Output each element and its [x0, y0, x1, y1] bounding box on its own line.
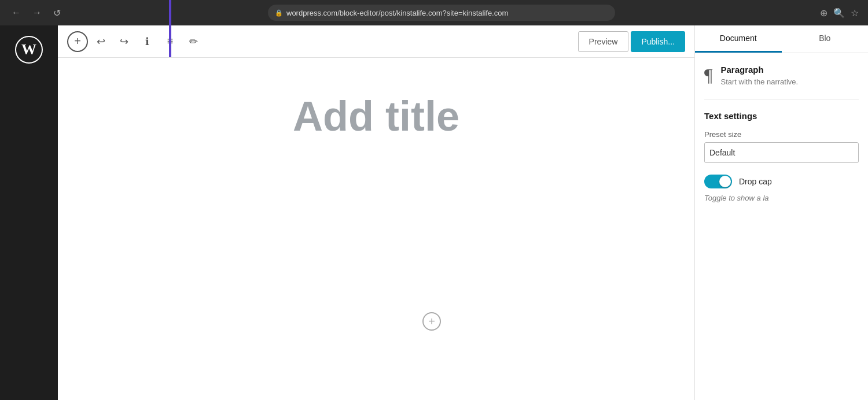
editor-toolbar: + ↩ ↪ ℹ ≡ ✏ Preview Publish...: [58, 25, 694, 58]
forward-button[interactable]: →: [30, 5, 44, 20]
tools-button[interactable]: ✏: [183, 31, 204, 52]
extensions-icon[interactable]: ⊕: [820, 8, 827, 18]
drop-cap-row: Drop cap: [704, 175, 859, 188]
editor-wrapper: W + ↩ ↪ ℹ ≡ ✏ Preview Publish... Add tit…: [0, 25, 868, 400]
browser-chrome: ← → ↺ 🔒 wordpress.com/block-editor/post/…: [0, 0, 868, 25]
editor-content[interactable]: Add title +: [58, 58, 694, 400]
back-button[interactable]: ←: [9, 5, 23, 20]
add-block-button[interactable]: +: [67, 31, 88, 52]
preset-size-label: Preset size: [704, 130, 859, 139]
publish-button[interactable]: Publish...: [631, 31, 685, 52]
text-settings-section: Text settings Preset size Default Drop c…: [704, 111, 859, 203]
url-text: wordpress.com/block-editor/post/kinstali…: [286, 9, 508, 17]
undo-button[interactable]: ↩: [90, 31, 111, 52]
preset-size-select[interactable]: Default: [704, 142, 859, 163]
block-description: Start with the narrative.: [721, 77, 799, 87]
right-panel: Document Blo ¶ Paragraph Start with the …: [694, 25, 868, 400]
zoom-icon[interactable]: 🔍: [833, 8, 845, 18]
tab-document[interactable]: Document: [695, 25, 782, 53]
info-button[interactable]: ℹ: [137, 31, 157, 52]
block-info: ¶ Paragraph Start with the narrative.: [704, 65, 859, 99]
drop-cap-toggle[interactable]: [704, 175, 732, 188]
block-name: Paragraph: [721, 65, 799, 75]
arrow-annotation: [169, 0, 171, 57]
panel-body: ¶ Paragraph Start with the narrative. Te…: [695, 53, 868, 400]
refresh-button[interactable]: ↺: [51, 5, 63, 21]
wp-logo[interactable]: W: [15, 36, 43, 64]
wp-sidebar: W: [0, 25, 58, 400]
wp-logo-text: W: [21, 41, 36, 58]
preview-button[interactable]: Preview: [578, 31, 629, 52]
tab-block[interactable]: Blo: [782, 25, 869, 53]
toggle-knob: [719, 176, 731, 187]
toggle-hint: Toggle to show a la: [704, 193, 859, 203]
title-placeholder[interactable]: Add title: [116, 92, 637, 140]
bookmark-icon[interactable]: ☆: [851, 8, 859, 18]
panel-tabs: Document Blo: [695, 25, 868, 53]
paragraph-icon: ¶: [704, 65, 713, 87]
browser-right-icons: ⊕ 🔍 ☆: [820, 8, 859, 18]
block-info-text: Paragraph Start with the narrative.: [721, 65, 799, 87]
editor-main: + ↩ ↪ ℹ ≡ ✏ Preview Publish... Add title…: [58, 25, 694, 400]
lock-icon: 🔒: [275, 9, 283, 17]
address-bar[interactable]: 🔒 wordpress.com/block-editor/post/kinsta…: [268, 5, 615, 21]
redo-button[interactable]: ↪: [113, 31, 134, 52]
text-settings-heading: Text settings: [704, 111, 859, 121]
add-block-inline-button[interactable]: +: [422, 312, 441, 331]
drop-cap-label: Drop cap: [739, 177, 772, 186]
